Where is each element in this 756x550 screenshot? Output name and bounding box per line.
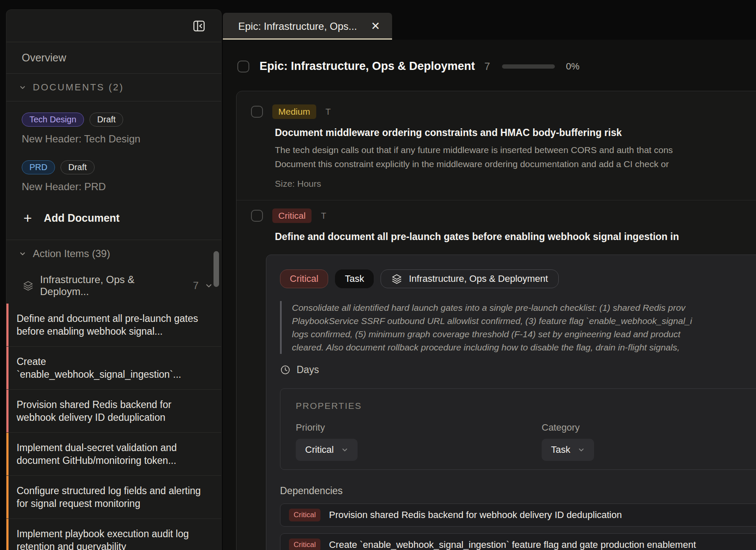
list-item[interactable]: Implement dual-secret validation and doc… xyxy=(6,432,221,475)
priority-badge: Critical xyxy=(289,509,320,521)
priority-dropdown-value: Critical xyxy=(305,444,334,455)
epic-group-count: 7 xyxy=(193,280,199,292)
priority-strip xyxy=(6,519,9,550)
sidebar-header xyxy=(6,10,221,42)
priority-strip xyxy=(6,433,9,475)
layers-icon xyxy=(23,280,34,291)
priority-field-label: Priority xyxy=(296,422,542,433)
doc-title: New Header: PRD xyxy=(22,181,208,193)
priority-badge: Medium xyxy=(272,104,316,119)
task-checkbox[interactable] xyxy=(251,106,263,118)
sidebar-item-overview[interactable]: Overview xyxy=(6,42,221,74)
priority-strip xyxy=(6,476,9,518)
list-item[interactable]: Implement playbook execution audit log r… xyxy=(6,518,221,550)
priority-badge: Critical xyxy=(272,208,312,223)
close-icon[interactable]: ✕ xyxy=(365,20,380,33)
action-item-text: Configure structured log fields and aler… xyxy=(17,485,201,509)
doc-type-badge: PRD xyxy=(22,160,55,174)
epic-task-list-card: Medium T Document middleware ordering co… xyxy=(236,91,756,550)
documents-list: Tech Design Draft New Header: Tech Desig… xyxy=(6,101,221,240)
epic-badge[interactable]: Infrastructure, Ops & Deployment xyxy=(381,269,558,288)
chevron-down-icon xyxy=(341,446,348,453)
clock-icon xyxy=(280,365,291,375)
category-dropdown-value: Task xyxy=(551,444,570,455)
quote-line: logs confirmed, (5) minimum graph covera… xyxy=(292,327,756,341)
task-description-line: Document this constraint explicitly in t… xyxy=(275,157,756,171)
category-badge[interactable]: Task xyxy=(335,269,374,288)
collapse-sidebar-icon xyxy=(192,19,206,33)
estimate-row: Days xyxy=(280,364,756,376)
task-title[interactable]: Define and document all pre-launch gates… xyxy=(275,231,756,243)
list-item[interactable]: Create `enable_webhook_signal_ingestion`… xyxy=(6,346,221,389)
dependency-row[interactable]: Critical Provision shared Redis backend … xyxy=(280,504,756,527)
epic-task-count: 7 xyxy=(485,61,490,72)
main-content: Epic: Infrastructure, Ops & Deployment 7… xyxy=(223,40,756,550)
list-item[interactable]: Tech Design Draft New Header: Tech Desig… xyxy=(22,113,208,145)
priority-badge: Critical xyxy=(289,538,320,550)
layers-icon xyxy=(391,273,402,284)
list-item[interactable]: PRD Draft New Header: PRD xyxy=(22,160,208,193)
category-dropdown[interactable]: Task xyxy=(542,439,594,461)
task-size: Size: Hours xyxy=(275,179,756,189)
doc-type-badge: Tech Design xyxy=(22,113,84,127)
doc-title: New Header: Tech Design xyxy=(22,133,208,145)
estimate-label: Days xyxy=(297,364,319,376)
task-detail-panel: Critical Task Infrastructure, Ops & Depl… xyxy=(266,255,756,550)
plus-icon: + xyxy=(23,211,32,225)
documents-section-header[interactable]: DOCUMENTS (2) xyxy=(6,74,221,101)
dependency-text: Provision shared Redis backend for webho… xyxy=(329,509,622,521)
dependency-row[interactable]: Critical Create `enable_webhook_signal_i… xyxy=(280,533,756,550)
doc-status-badge: Draft xyxy=(61,160,94,174)
task-checkbox[interactable] xyxy=(251,210,263,222)
action-items-header-label: Action Items (39) xyxy=(33,248,110,260)
priority-strip xyxy=(6,347,9,389)
task-title[interactable]: Document middleware ordering constraints… xyxy=(275,127,756,139)
priority-badge[interactable]: Critical xyxy=(280,269,328,288)
list-item[interactable]: Configure structured log fields and aler… xyxy=(6,475,221,518)
epic-badge-label: Infrastructure, Ops & Deployment xyxy=(409,273,548,284)
sidebar: Overview DOCUMENTS (2) Tech Design Draft… xyxy=(6,9,222,550)
tab-epic-infrastructure[interactable]: Epic: Infrastructure, Ops... ✕ xyxy=(223,13,392,40)
properties-header: PROPERTIES xyxy=(296,401,756,411)
chevron-down-icon xyxy=(19,250,26,257)
action-items-list: Define and document all pre-launch gates… xyxy=(6,304,221,550)
add-document-button[interactable]: + Add Document xyxy=(22,208,208,240)
overview-label: Overview xyxy=(22,52,66,64)
list-item[interactable]: Define and document all pre-launch gates… xyxy=(6,304,221,346)
page-title: Epic: Infrastructure, Ops & Deployment xyxy=(260,60,475,73)
epic-group-label: Infrastructure, Ops & Deploym... xyxy=(40,274,185,298)
task-description-line: The tech design calls out that if any fu… xyxy=(275,143,756,157)
epic-checkbox[interactable] xyxy=(237,61,249,72)
task-detail-quote: Consolidate all identified hard launch g… xyxy=(280,301,756,354)
action-items-section-header[interactable]: Action Items (39) xyxy=(6,240,221,267)
epic-progress-bar xyxy=(502,64,555,69)
priority-strip xyxy=(6,304,9,346)
action-item-text: Implement playbook execution audit log r… xyxy=(17,528,189,550)
sidebar-scrollbar-thumb[interactable] xyxy=(214,251,219,287)
action-item-text: Define and document all pre-launch gates… xyxy=(17,313,198,337)
doc-status-badge: Draft xyxy=(89,113,123,127)
chevron-down-icon xyxy=(19,84,26,91)
chevron-down-icon xyxy=(578,446,585,453)
category-field-label: Category xyxy=(542,422,594,433)
task-description: The tech design calls out that if any fu… xyxy=(275,143,756,171)
task-card[interactable]: Medium T Document middleware ordering co… xyxy=(237,91,756,189)
detail-badges-row: Critical Task Infrastructure, Ops & Depl… xyxy=(280,269,756,288)
epic-header: Epic: Infrastructure, Ops & Deployment 7… xyxy=(237,60,580,73)
collapse-sidebar-button[interactable] xyxy=(191,18,207,34)
priority-dropdown[interactable]: Critical xyxy=(296,439,358,461)
epic-progress-percent: 0% xyxy=(566,61,580,72)
list-item[interactable]: Provision shared Redis backend for webho… xyxy=(6,389,221,432)
epic-group-row[interactable]: Infrastructure, Ops & Deploym... 7 xyxy=(6,267,221,304)
properties-box: PROPERTIES Priority Critical xyxy=(280,388,756,470)
dependencies-header: Dependencies xyxy=(280,485,756,497)
documents-header-label: DOCUMENTS (2) xyxy=(33,82,124,93)
action-item-text: Implement dual-secret validation and doc… xyxy=(17,442,177,466)
tab-label: Epic: Infrastructure, Ops... xyxy=(238,20,365,32)
chevron-down-icon xyxy=(205,282,213,289)
priority-strip xyxy=(6,390,9,432)
quote-line: PlaybookService SSRF outbound URL allowl… xyxy=(292,314,756,327)
task-card[interactable]: Critical T Define and document all pre-l… xyxy=(237,200,756,550)
add-document-label: Add Document xyxy=(44,212,120,224)
quote-line: cleared. Also document rollback procedur… xyxy=(292,341,756,354)
